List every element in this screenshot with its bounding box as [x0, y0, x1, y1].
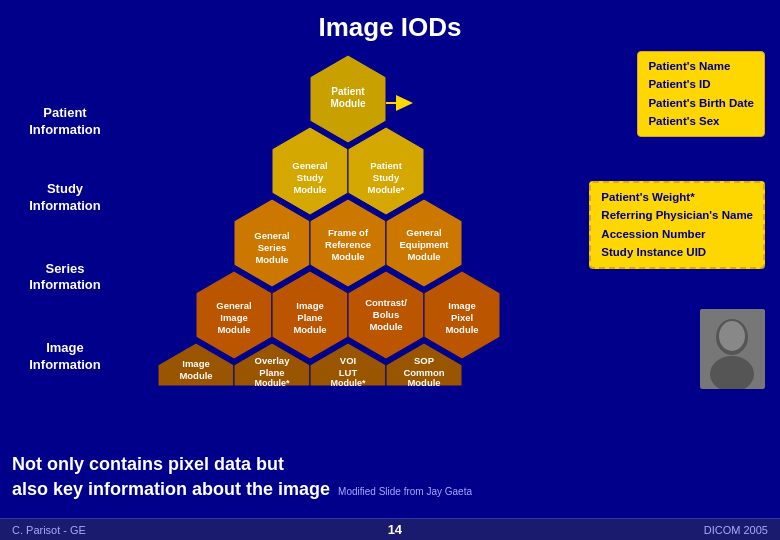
svg-text:Plane: Plane: [259, 367, 284, 378]
svg-text:Module: Module: [369, 321, 402, 332]
svg-text:Image: Image: [220, 312, 247, 323]
patient-name-label: Patient's Name: [648, 57, 754, 75]
bottom-line1: Not only contains pixel data but: [12, 452, 472, 477]
referring-physician-label: Referring Physician's Name: [601, 206, 753, 224]
svg-text:Module: Module: [407, 377, 440, 388]
svg-text:Module: Module: [293, 184, 326, 195]
svg-text:Series: Series: [258, 242, 287, 253]
hex-grid: Patient Module General Study Module Pati…: [128, 51, 668, 391]
svg-text:Image: Image: [182, 358, 209, 369]
patient-weight-label: Patient's Weight*: [601, 188, 753, 206]
svg-text:Reference: Reference: [325, 239, 371, 250]
svg-text:Bolus: Bolus: [373, 309, 399, 320]
svg-text:Module: Module: [255, 254, 288, 265]
svg-text:Patient: Patient: [370, 160, 403, 171]
bottom-line2-wrapper: also key information about the image Mod…: [12, 477, 472, 502]
svg-text:Module: Module: [331, 251, 364, 262]
footer: C. Parisot - GE 14 DICOM 2005: [0, 518, 780, 540]
svg-text:SOP: SOP: [414, 355, 435, 366]
portrait-image: [700, 309, 765, 389]
svg-text:Module*: Module*: [255, 378, 290, 388]
footer-right: DICOM 2005: [704, 524, 768, 536]
patient-id-label: Patient's ID: [648, 75, 754, 93]
study-instance-uid-label: Study Instance UID: [601, 243, 753, 261]
bottom-line2: also key information about the image: [12, 477, 330, 502]
svg-text:Image: Image: [448, 300, 475, 311]
svg-text:Module*: Module*: [368, 184, 405, 195]
sidebar-item-image: ImageInformation: [10, 336, 120, 378]
svg-text:Module: Module: [293, 324, 326, 335]
svg-text:General: General: [254, 230, 289, 241]
page-title: Image IODs: [0, 0, 780, 43]
svg-text:Module: Module: [407, 251, 440, 262]
svg-text:Module: Module: [217, 324, 250, 335]
svg-text:Patient: Patient: [331, 86, 365, 97]
accession-number-label: Accession Number: [601, 225, 753, 243]
patient-birth-label: Patient's Birth Date: [648, 94, 754, 112]
footer-left: C. Parisot - GE: [12, 524, 86, 536]
svg-text:Plane: Plane: [297, 312, 322, 323]
svg-text:General: General: [216, 300, 251, 311]
svg-text:Equipment: Equipment: [399, 239, 449, 250]
sidebar-item-study: StudyInformation: [10, 177, 120, 219]
sidebar-item-series: SeriesInformation: [10, 257, 120, 299]
svg-text:Module: Module: [331, 98, 366, 109]
svg-text:Module: Module: [445, 324, 478, 335]
bottom-sub: Modified Slide from Jay Gaeta: [338, 485, 472, 499]
svg-text:VOI: VOI: [340, 355, 356, 366]
svg-marker-5: [272, 127, 348, 215]
svg-text:General: General: [406, 227, 441, 238]
patient-sex-label: Patient's Sex: [648, 112, 754, 130]
svg-marker-9: [348, 127, 424, 215]
svg-text:Module*: Module*: [331, 378, 366, 388]
patient-info-box-2: Patient's Weight* Referring Physician's …: [589, 181, 765, 269]
svg-text:Frame of: Frame of: [328, 227, 369, 238]
svg-text:Module: Module: [179, 370, 212, 381]
svg-marker-3: [396, 95, 413, 111]
bottom-text-area: Not only contains pixel data but also ke…: [12, 452, 472, 502]
svg-text:Image: Image: [296, 300, 323, 311]
svg-text:Pixel: Pixel: [451, 312, 473, 323]
svg-text:Study: Study: [297, 172, 324, 183]
svg-text:LUT: LUT: [339, 367, 358, 378]
svg-text:Overlay: Overlay: [255, 355, 291, 366]
patient-info-box-1: Patient's Name Patient's ID Patient's Bi…: [637, 51, 765, 137]
sidebar: PatientInformation StudyInformation Seri…: [10, 51, 120, 391]
sidebar-item-patient: PatientInformation: [10, 101, 120, 143]
svg-text:Study: Study: [373, 172, 400, 183]
footer-page-number: 14: [388, 522, 402, 537]
svg-point-59: [719, 321, 745, 351]
svg-text:Contrast/: Contrast/: [365, 297, 407, 308]
svg-text:General: General: [292, 160, 327, 171]
